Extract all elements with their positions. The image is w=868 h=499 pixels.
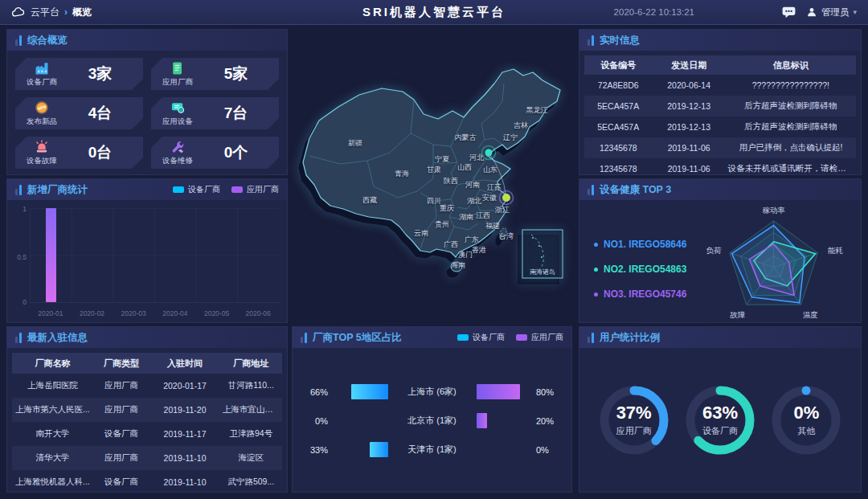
panel-overview-header: 综合概览 [7, 30, 287, 51]
panel-realtime: 实时信息 设备编号 发送日期 信息标识 72A8E8D62020-06-14??… [579, 29, 862, 175]
region-row-beijing: 0% 北京市 (1家) 20% [299, 413, 565, 428]
donut-label: 应用厂商 [616, 425, 652, 437]
stat-card-label: 应用设备 [162, 117, 193, 127]
bullet-dot [594, 243, 598, 247]
dashboard-root: 云平台 › 概览 SRI机器人智慧云平台 2020-6-22 10:13:21 … [0, 0, 868, 499]
stat-card-value: 7台 [204, 103, 279, 124]
wrench-icon [170, 139, 186, 155]
bar-value-label: 0% [536, 445, 549, 455]
y-axis-tick: 0.5 [12, 253, 27, 261]
panel-user-stats-title: 用户统计比例 [600, 331, 660, 345]
panel-title-bars-icon [588, 333, 594, 343]
device-icon [170, 100, 186, 116]
user-icon [806, 6, 817, 18]
breadcrumb-root[interactable]: 云平台 [31, 6, 59, 19]
y-axis-tick: 0 [12, 298, 27, 306]
stat-card-device-faults: 设备故障 0台 [15, 137, 143, 169]
stat-card-value: 5家 [204, 63, 279, 84]
list-item-no3[interactable]: NO3. IREGO45746 [594, 288, 686, 300]
svg-text:负荷: 负荷 [706, 246, 722, 255]
panel-entries-title: 最新入驻信息 [27, 331, 88, 345]
column-header: 厂商名称 [12, 358, 93, 370]
panel-overview-title: 综合概览 [27, 34, 68, 47]
cloud-icon [11, 6, 26, 18]
stat-card-value: 0个 [204, 142, 279, 163]
list-item-no1[interactable]: NO1. IREGO58646 [594, 239, 686, 250]
china-outline [303, 69, 560, 257]
stat-card-label: 设备维修 [162, 156, 193, 166]
region-category-label: 北京市 (1家) [388, 415, 477, 427]
x-axis-tick: 2020-05 [196, 309, 238, 317]
taiwan-island [498, 227, 508, 241]
panel-title-bars-icon [301, 333, 307, 343]
bar-chart-plot-area [30, 208, 279, 303]
device-health-list: NO1. IREGO58646 NO2. IREGO54863 NO3. IRE… [594, 239, 686, 300]
x-axis-tick: 2020-06 [237, 309, 279, 317]
device-rank-label: NO3. IREGO45746 [604, 288, 686, 300]
table-row: 上海市第六人民医...应用厂商2019-11-20上海市宜山路... [12, 398, 282, 422]
user-name: 管理员 [821, 6, 850, 18]
stat-card-value: 3家 [68, 63, 143, 84]
new-badge-icon: NEW [34, 100, 50, 116]
region-category-label: 天津市 (1家) [388, 444, 477, 456]
stat-card-label: 设备故障 [27, 156, 57, 166]
china-map[interactable]: 新疆 西藏 青海 甘肃 宁夏 内蒙古 黑龙江 吉林 辽宁 河北 山西 山东 陕西… [292, 27, 575, 325]
x-axis-tick: 2020-03 [113, 309, 154, 317]
app-vendor-bar [477, 384, 521, 399]
table-row: 123456782019-11-06设备未开机或通讯断开，请检查设备情况! [584, 158, 856, 179]
panel-entries: 最新入驻信息 厂商名称 厂商类型 入驻时间 厂商地址 上海岳阳医院应用厂商202… [6, 326, 288, 493]
panel-region-share-title: 厂商TOP 5地区占比 [313, 331, 402, 345]
donut-percent: 0% [793, 403, 819, 423]
chevron-down-icon: ▾ [853, 8, 857, 16]
bullet-dot [594, 292, 598, 297]
device-vendor-bar [351, 384, 387, 399]
region-share-chart: 66% 上海市 (6家) 80% 0% 北京市 (1家) [293, 348, 571, 492]
column-header: 厂商类型 [93, 358, 150, 370]
stat-card-app-devices: 应用设备 7台 [151, 97, 279, 129]
stat-card-device-vendors: 设备厂商 3家 [15, 58, 143, 90]
panel-overview: 综合概览 设备厂商 3家 [6, 29, 288, 175]
region-row-shanghai: 66% 上海市 (6家) 80% [299, 384, 565, 399]
panel-vendor-stats-header: 新增厂商统计 设备厂商 应用厂商 [7, 179, 287, 200]
svg-text:能耗: 能耗 [828, 246, 843, 255]
column-header: 信息标识 [726, 59, 856, 72]
svg-text:故障: 故障 [729, 310, 745, 319]
y-axis-tick: 1 [12, 205, 27, 213]
legend-label: 设备厂商 [188, 184, 220, 195]
breadcrumb-separator: › [64, 6, 68, 18]
vendor-stats-legend: 设备厂商 应用厂商 [173, 184, 279, 195]
legend-item-device-vendor[interactable]: 设备厂商 [457, 332, 505, 343]
panel-user-stats: 用户统计比例 37% 应用厂商 [579, 326, 862, 493]
legend-item-device-vendor[interactable]: 设备厂商 [173, 184, 220, 195]
panel-region-share-header: 厂商TOP 5地区占比 设备厂商 应用厂商 [293, 327, 571, 348]
legend-label: 应用厂商 [531, 332, 563, 343]
realtime-table: 设备编号 发送日期 信息标识 72A8E8D62020-06-14???????… [584, 55, 856, 179]
panel-vendor-stats: 新增厂商统计 设备厂商 应用厂商 1 0.5 0 2020-01 2 [6, 178, 288, 323]
list-item-no2[interactable]: NO2. IREGO54863 [594, 264, 686, 275]
stat-card-value: 0台 [68, 142, 143, 163]
legend-item-app-vendor[interactable]: 应用厂商 [231, 184, 279, 195]
panel-realtime-title: 实时信息 [600, 34, 640, 47]
x-axis-labels: 2020-01 2020-02 2020-03 2020-04 2020-05 … [30, 309, 279, 317]
factory-icon [34, 60, 50, 76]
region-category-label: 上海市 (6家) [388, 386, 477, 398]
stat-card-label: 应用厂商 [162, 77, 193, 88]
donut-percent: 37% [616, 403, 652, 423]
panel-user-stats-header: 用户统计比例 [579, 327, 861, 348]
device-vendor-bar [370, 442, 388, 457]
donut-others: 0% 其他 [764, 378, 848, 462]
x-axis-tick: 2020-04 [154, 309, 196, 317]
panel-realtime-header: 实时信息 [579, 30, 861, 51]
legend-item-app-vendor[interactable]: 应用厂商 [516, 332, 563, 343]
panel-title-bars-icon [15, 185, 22, 195]
panel-vendor-stats-title: 新增厂商统计 [27, 183, 88, 197]
svg-text:稼动率: 稼动率 [762, 206, 785, 215]
breadcrumb-current[interactable]: 概览 [72, 6, 92, 19]
column-header: 入驻时间 [149, 358, 219, 370]
messages-button[interactable] [781, 6, 796, 18]
stat-card-app-vendors: 应用厂商 5家 [151, 58, 279, 90]
user-menu[interactable]: 管理员 ▾ [806, 6, 857, 18]
breadcrumb: 云平台 › 概览 [0, 6, 92, 19]
stat-card-new-products: NEW 发布新品 4台 [15, 97, 143, 129]
table-header-row: 设备编号 发送日期 信息标识 [584, 55, 856, 75]
